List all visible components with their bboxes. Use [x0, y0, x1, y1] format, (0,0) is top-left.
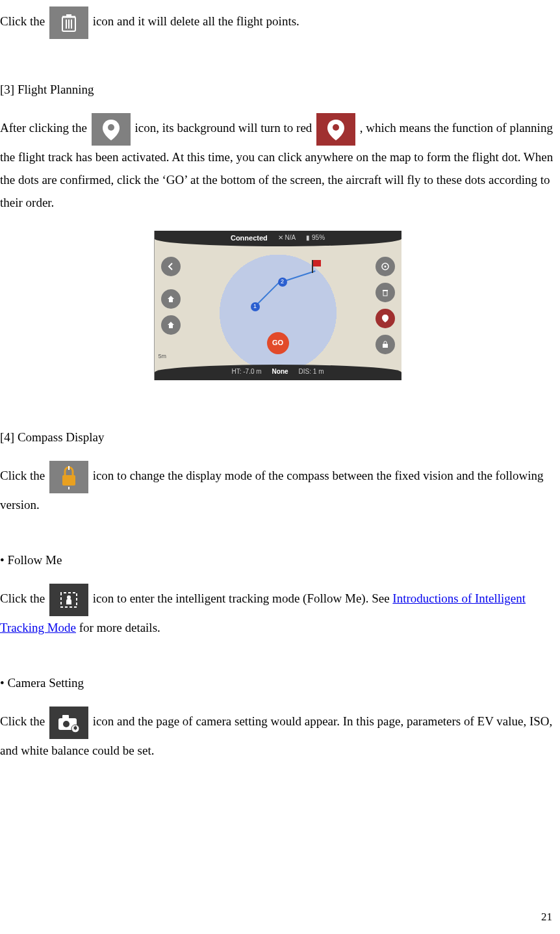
status-dis: DIS: 1 m [299, 366, 324, 378]
flight-planning-screenshot: Connected ✕ N/A ▮ 95% 1 2 GO 5m HT: -7.0… [154, 231, 401, 380]
go-button: GO [267, 332, 289, 354]
text: After clicking the [0, 122, 90, 135]
text: Click the [0, 715, 48, 729]
target-icon [375, 257, 395, 276]
map-pin-active-icon [316, 113, 355, 146]
waypoint-2: 2 [278, 278, 287, 287]
text: icon and it will delete all the flight p… [93, 14, 299, 28]
destination-flag-icon [311, 260, 321, 273]
svg-rect-18 [62, 715, 69, 719]
map-pin-icon [92, 113, 131, 146]
compass-lock-icon [49, 461, 88, 493]
section-4-title: [4] Compass Display [0, 426, 555, 448]
svg-point-6 [108, 124, 114, 131]
text: Click the [0, 14, 48, 28]
figure-bottom-bar: HT: -7.0 m None DIS: 1 m [155, 365, 401, 380]
map-pin-active-small-icon [375, 309, 395, 328]
lock-small-icon [375, 335, 395, 354]
status-connected: Connected [231, 231, 268, 244]
svg-point-9 [384, 265, 386, 267]
section-4-body: Click the icon to change the display mod… [0, 461, 555, 516]
text: icon, its background will turn to red [135, 122, 316, 135]
status-none: None [272, 366, 288, 378]
svg-rect-12 [383, 344, 388, 348]
section-3-body: After clicking the icon, its background … [0, 113, 555, 214]
waypoint-1: 1 [251, 302, 260, 311]
section-3-title: [3] Flight Planning [0, 78, 555, 101]
status-battery: ▮ 95% [306, 232, 325, 244]
svg-rect-13 [62, 475, 75, 486]
trash-icon [49, 6, 88, 39]
trash-small-icon [375, 283, 395, 302]
follow-me-body: Click the icon to enter the intelligent … [0, 584, 555, 639]
back-icon [161, 257, 181, 276]
svg-rect-5 [66, 14, 71, 17]
flight-path-segment [255, 280, 281, 306]
map-scale: 5m [159, 351, 167, 362]
figure-top-bar: Connected ✕ N/A ▮ 95% [155, 231, 401, 246]
follow-me-title: • Follow Me [0, 549, 555, 571]
text: for more details. [79, 621, 160, 634]
status-na: ✕ N/A [278, 232, 296, 244]
text: Click the [0, 591, 48, 605]
return-home-icon [161, 289, 181, 309]
follow-me-icon [49, 584, 88, 616]
camera-setting-title: • Camera Setting [0, 671, 555, 694]
svg-rect-10 [383, 291, 387, 296]
text: icon to enter the intelligent tracking m… [93, 591, 393, 605]
return-home-alt-icon [161, 315, 181, 335]
camera-settings-icon [49, 707, 88, 739]
svg-point-19 [63, 721, 70, 727]
camera-setting-body: Click the icon and the page of camera se… [0, 707, 555, 762]
status-ht: HT: -7.0 m [231, 366, 261, 378]
svg-point-7 [333, 124, 339, 131]
delete-points-paragraph: Click the icon and it will delete all th… [0, 6, 555, 39]
text: Click the [0, 469, 48, 482]
page-number: 21 [541, 907, 552, 927]
